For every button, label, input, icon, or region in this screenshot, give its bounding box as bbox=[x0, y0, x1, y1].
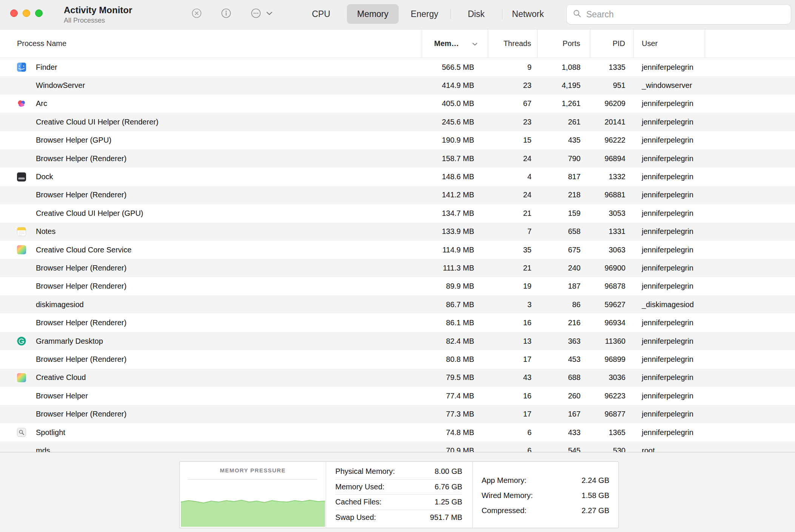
pid-cell: 96877 bbox=[590, 410, 634, 418]
process-name-cell: Spotlight bbox=[0, 428, 422, 437]
memory-cell: 70.9 MB bbox=[422, 446, 488, 452]
no-icon bbox=[17, 117, 26, 126]
table-row[interactable]: Browser Helper (Renderer)77.3 MB17167968… bbox=[0, 405, 795, 423]
threads-cell: 9 bbox=[488, 63, 538, 72]
stat-label: Cached Files: bbox=[335, 498, 381, 506]
process-name-cell: Grammarly Desktop bbox=[0, 337, 422, 346]
user-cell: jenniferpelegrin bbox=[634, 392, 705, 400]
no-icon bbox=[17, 446, 26, 452]
memory-cell: 245.6 MB bbox=[422, 118, 488, 126]
no-icon bbox=[17, 318, 26, 328]
tab-energy[interactable]: Energy bbox=[399, 4, 450, 24]
ports-cell: 159 bbox=[538, 209, 590, 218]
column-header-pid[interactable]: PID bbox=[590, 29, 634, 58]
minimize-window-button[interactable] bbox=[23, 9, 30, 17]
table-row[interactable]: Creative Cloud79.5 MB436883036jenniferpe… bbox=[0, 369, 795, 387]
pid-cell: 951 bbox=[590, 81, 634, 90]
tab-cpu[interactable]: CPU bbox=[295, 4, 347, 24]
sort-descending-icon bbox=[472, 39, 478, 48]
table-row[interactable]: diskimagesiod86.7 MB38659627_diskimagesi… bbox=[0, 295, 795, 314]
pid-cell: 96878 bbox=[590, 282, 634, 291]
stat-label: Physical Memory: bbox=[335, 467, 395, 476]
table-row[interactable]: Creative Cloud UI Helper (Renderer)245.6… bbox=[0, 113, 795, 131]
ports-cell: 1,088 bbox=[538, 63, 590, 72]
quit-process-button[interactable] bbox=[191, 7, 203, 20]
table-row[interactable]: Browser Helper (Renderer)141.2 MB2421896… bbox=[0, 186, 795, 204]
threads-cell: 21 bbox=[488, 209, 538, 218]
memory-cell: 77.4 MB bbox=[422, 392, 488, 400]
column-header-process-name[interactable]: Process Name bbox=[0, 29, 422, 58]
stat-value: 1.25 GB bbox=[434, 498, 462, 506]
user-cell: jenniferpelegrin bbox=[634, 154, 705, 163]
view-tabs: CPUMemoryEnergyDiskNetwork bbox=[295, 4, 554, 24]
stat-row: Compressed:2.27 GB bbox=[482, 503, 609, 518]
threads-cell: 19 bbox=[488, 282, 538, 291]
process-name: Arc bbox=[36, 99, 47, 108]
no-icon bbox=[17, 136, 26, 145]
table-row[interactable]: Creative Cloud UI Helper (GPU)134.7 MB21… bbox=[0, 204, 795, 222]
close-window-button[interactable] bbox=[10, 9, 18, 17]
ports-cell: 658 bbox=[538, 227, 590, 236]
stat-label: Wired Memory: bbox=[482, 491, 533, 500]
table-row[interactable]: Arc405.0 MB671,26196209jenniferpelegrin bbox=[0, 95, 795, 113]
table-row[interactable]: Spotlight74.8 MB64331365jenniferpelegrin bbox=[0, 423, 795, 441]
column-header-threads[interactable]: Threads bbox=[488, 29, 538, 58]
pid-cell: 96209 bbox=[590, 99, 634, 108]
process-name: mds bbox=[36, 446, 50, 452]
user-cell: jenniferpelegrin bbox=[634, 136, 705, 145]
process-name: Browser Helper (Renderer) bbox=[36, 410, 126, 418]
table-row[interactable]: Finder566.5 MB91,0881335jenniferpelegrin bbox=[0, 58, 795, 76]
stat-row: Swap Used:951.7 MB bbox=[335, 510, 462, 525]
table-row[interactable]: Browser Helper (GPU)190.9 MB1543596222je… bbox=[0, 131, 795, 149]
ports-cell: 167 bbox=[538, 410, 590, 418]
table-row[interactable]: mds70.9 MB6545530root bbox=[0, 441, 795, 452]
memory-cell: 133.9 MB bbox=[422, 227, 488, 236]
zoom-window-button[interactable] bbox=[35, 9, 43, 17]
ports-cell: 218 bbox=[538, 191, 590, 199]
table-row[interactable]: Browser Helper (Renderer)86.1 MB16216969… bbox=[0, 314, 795, 332]
search-field[interactable] bbox=[566, 4, 791, 25]
process-name: Creative Cloud bbox=[36, 373, 86, 382]
tab-network[interactable]: Network bbox=[502, 4, 554, 24]
process-name: Grammarly Desktop bbox=[36, 337, 103, 346]
table-row[interactable]: Browser Helper (Renderer)80.8 MB17453968… bbox=[0, 350, 795, 368]
process-name-cell: Arc bbox=[0, 99, 422, 108]
inspect-process-button[interactable] bbox=[220, 7, 232, 20]
table-row[interactable]: Browser Helper (Renderer)111.3 MB2124096… bbox=[0, 259, 795, 277]
table-row[interactable]: Creative Cloud Core Service114.9 MB35675… bbox=[0, 241, 795, 259]
title-block: Activity Monitor All Processes bbox=[64, 5, 132, 25]
tab-memory[interactable]: Memory bbox=[347, 4, 399, 24]
user-cell: jenniferpelegrin bbox=[634, 209, 705, 218]
column-header-user[interactable]: User bbox=[634, 29, 705, 58]
user-cell: jenniferpelegrin bbox=[634, 264, 705, 272]
arc-icon bbox=[17, 99, 26, 108]
ports-cell: 260 bbox=[538, 392, 590, 400]
table-row[interactable]: Notes133.9 MB76581331jenniferpelegrin bbox=[0, 223, 795, 241]
process-name-cell: Browser Helper (Renderer) bbox=[0, 191, 422, 200]
column-header-memory[interactable]: Mem… bbox=[422, 29, 488, 58]
threads-cell: 67 bbox=[488, 99, 538, 108]
table-row[interactable]: Browser Helper (Renderer)158.7 MB2479096… bbox=[0, 149, 795, 168]
process-name-cell: Finder bbox=[0, 63, 422, 72]
no-icon bbox=[17, 191, 26, 200]
more-options-button[interactable] bbox=[250, 7, 276, 20]
table-row[interactable]: Browser Helper (Renderer)89.9 MB19187968… bbox=[0, 277, 795, 295]
pid-cell: 530 bbox=[590, 446, 634, 452]
table-row[interactable]: Dock148.6 MB48171332jenniferpelegrin bbox=[0, 168, 795, 186]
table-row[interactable]: Grammarly Desktop82.4 MB1336311360jennif… bbox=[0, 332, 795, 350]
threads-cell: 43 bbox=[488, 373, 538, 382]
memory-cell: 134.7 MB bbox=[422, 209, 488, 218]
process-name: Browser Helper (Renderer) bbox=[36, 355, 126, 364]
pid-cell: 20141 bbox=[590, 118, 634, 126]
window-controls bbox=[10, 9, 43, 17]
memory-summary-box: MEMORY PRESSURE Physical Memory:8.00 GBM… bbox=[179, 461, 619, 528]
user-cell: jenniferpelegrin bbox=[634, 282, 705, 291]
table-row[interactable]: WindowServer414.9 MB234,195951_windowser… bbox=[0, 76, 795, 94]
tab-disk[interactable]: Disk bbox=[450, 4, 502, 24]
column-header-ports[interactable]: Ports bbox=[538, 29, 590, 58]
search-input[interactable] bbox=[586, 9, 785, 20]
user-cell: jenniferpelegrin bbox=[634, 246, 705, 254]
table-row[interactable]: Browser Helper77.4 MB1626096223jenniferp… bbox=[0, 387, 795, 405]
spotlight-icon bbox=[17, 428, 26, 437]
pid-cell: 1331 bbox=[590, 227, 634, 236]
